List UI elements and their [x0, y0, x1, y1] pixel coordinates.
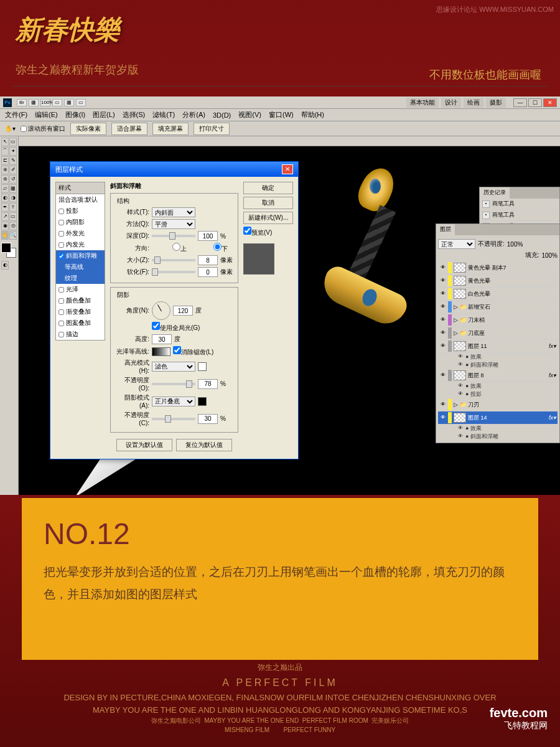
screen-icon[interactable]: ▭: [76, 99, 86, 106]
styles-header[interactable]: 样式: [56, 182, 105, 194]
workspace-tab[interactable]: 基本功能: [406, 98, 439, 108]
history-tab[interactable]: 历史记录: [480, 187, 510, 199]
pen-tool-icon[interactable]: ✒: [1, 203, 9, 212]
print-size-button[interactable]: 打印尺寸: [194, 123, 230, 135]
workspace-tab[interactable]: 摄影: [486, 98, 506, 108]
zoom-tool-icon[interactable]: 🔍: [9, 231, 17, 240]
highlight-opacity-slider[interactable]: [152, 383, 195, 385]
hand-tool-icon[interactable]: ✋▾: [5, 125, 16, 132]
stamp-tool-icon[interactable]: ⊛: [1, 175, 9, 184]
menu-layer[interactable]: 图层(L): [93, 110, 114, 120]
menu-edit[interactable]: 编辑(E): [35, 110, 58, 120]
preview-checkbox[interactable]: 预览(V): [243, 227, 293, 237]
antialias-checkbox[interactable]: 消除锯齿(L): [173, 346, 213, 357]
shadow-opacity-input[interactable]: [198, 414, 218, 424]
soften-slider[interactable]: [152, 271, 195, 273]
menu-help[interactable]: 帮助(H): [301, 110, 324, 120]
dialog-close-button[interactable]: ✕: [282, 164, 293, 174]
fill-value[interactable]: 100%: [541, 252, 558, 259]
dir-up-radio[interactable]: 上: [152, 243, 187, 253]
history-item[interactable]: ▪画笔工具: [480, 210, 559, 221]
shadow-color[interactable]: [198, 397, 207, 406]
arrange-icon[interactable]: ▦: [64, 99, 74, 106]
hand-tool-icon[interactable]: ✋: [1, 231, 9, 240]
menu-analysis[interactable]: 分析(A): [182, 110, 205, 120]
gradient-tool-icon[interactable]: ▦: [9, 184, 17, 193]
depth-input[interactable]: [198, 231, 218, 241]
3d-cam-icon[interactable]: ◎: [9, 222, 17, 230]
style-item[interactable]: 内发光: [56, 239, 105, 250]
shadow-mode-select[interactable]: 正片叠底: [152, 397, 195, 406]
shape-tool-icon[interactable]: ▭: [9, 212, 17, 221]
altitude-input[interactable]: [152, 334, 172, 344]
layer-row[interactable]: 👁黄色光晕: [438, 275, 558, 288]
highlight-mode-select[interactable]: 滤色: [152, 362, 195, 372]
cancel-button[interactable]: 取消: [243, 197, 293, 209]
layer-row[interactable]: 👁图层 14fx▾: [438, 411, 558, 425]
menu-file[interactable]: 文件(F): [5, 110, 27, 120]
highlight-opacity-input[interactable]: [198, 379, 218, 389]
close-button[interactable]: ✕: [543, 98, 557, 107]
path-tool-icon[interactable]: ↗: [1, 212, 9, 221]
dodge-tool-icon[interactable]: ◑: [9, 194, 17, 202]
zoom-dropdown[interactable]: 100%: [40, 99, 50, 106]
fx-row[interactable]: 👁● 效果: [438, 353, 558, 361]
menu-view[interactable]: 视图(V): [238, 110, 261, 120]
layers-tab[interactable]: 图层: [436, 224, 455, 235]
ok-button[interactable]: 确定: [243, 182, 293, 194]
workspace-tab[interactable]: 设计: [441, 98, 461, 108]
history-item[interactable]: ▪画笔工具: [480, 199, 559, 210]
type-tool-icon[interactable]: T: [9, 203, 17, 212]
history-brush-icon[interactable]: ↺: [9, 175, 17, 184]
menu-window[interactable]: 窗口(W): [269, 110, 294, 120]
move-tool-icon[interactable]: ↖: [1, 138, 9, 146]
reset-default-button[interactable]: 复位为默认值: [176, 439, 232, 451]
shadow-opacity-slider[interactable]: [152, 418, 195, 420]
brush-tool-icon[interactable]: ✐: [9, 166, 17, 174]
layer-group-row[interactable]: 👁▷ 📁 刀底座: [438, 327, 558, 340]
workspace-tab[interactable]: 绘画: [464, 98, 483, 108]
fx-row[interactable]: 👁● 斜面和浮雕: [438, 361, 558, 369]
lasso-tool-icon[interactable]: ⌒: [1, 147, 9, 156]
layer-row[interactable]: 👁图层 11fx▾: [438, 340, 558, 353]
layer-row[interactable]: 👁图层 8fx▾: [438, 369, 558, 382]
soften-input[interactable]: [198, 267, 218, 277]
style-select[interactable]: 内斜面: [152, 207, 195, 217]
dir-down-radio[interactable]: 下: [193, 243, 228, 253]
set-default-button[interactable]: 设置为默认值: [116, 439, 172, 451]
menu-filter[interactable]: 滤镜(T): [152, 110, 175, 120]
fit-screen-button[interactable]: 适合屏幕: [111, 123, 147, 135]
fx-row[interactable]: 👁● 效果: [438, 425, 558, 433]
layer-group-row[interactable]: 👁▷ 📁 刀刃: [438, 398, 558, 411]
scroll-all-checkbox[interactable]: 滚动所有窗口: [21, 125, 65, 133]
highlight-color[interactable]: [198, 362, 207, 371]
view-icon[interactable]: ▭: [52, 99, 62, 106]
size-input[interactable]: [198, 255, 218, 265]
crop-tool-icon[interactable]: ⊏: [1, 156, 9, 165]
new-style-button[interactable]: 新建样式(W)...: [243, 212, 293, 224]
style-item[interactable]: 颜色叠加: [56, 295, 105, 306]
style-item[interactable]: 纹理: [56, 273, 105, 284]
global-light-checkbox[interactable]: 使用全局光(G): [152, 322, 200, 332]
opacity-value[interactable]: 100%: [507, 241, 523, 248]
layer-group-row[interactable]: 👁▷ 📁 新增宝石: [438, 301, 558, 314]
style-item[interactable]: 等高线: [56, 261, 105, 273]
style-item[interactable]: 斜面和浮雕: [56, 250, 105, 261]
style-item[interactable]: 内阴影: [56, 217, 105, 228]
blur-tool-icon[interactable]: ◐: [1, 194, 9, 202]
blend-options-item[interactable]: 混合选项:默认: [56, 194, 105, 205]
eraser-tool-icon[interactable]: ▱: [1, 184, 9, 193]
quickmask-icon[interactable]: ◐: [1, 261, 9, 270]
technique-select[interactable]: 平滑: [152, 219, 195, 229]
minimize-button[interactable]: —: [513, 98, 527, 107]
style-item[interactable]: 外发光: [56, 228, 105, 239]
color-swatch[interactable]: [1, 243, 16, 258]
style-item[interactable]: 光泽: [56, 284, 105, 295]
heal-tool-icon[interactable]: ⊕: [1, 166, 9, 174]
angle-dial[interactable]: [152, 301, 170, 320]
depth-slider[interactable]: [152, 235, 195, 237]
marquee-tool-icon[interactable]: ▭: [9, 138, 17, 146]
menu-image[interactable]: 图像(I): [65, 110, 85, 120]
fx-row[interactable]: 👁● 效果: [438, 382, 558, 390]
fx-row[interactable]: 👁● 斜面和浮雕: [438, 433, 558, 441]
